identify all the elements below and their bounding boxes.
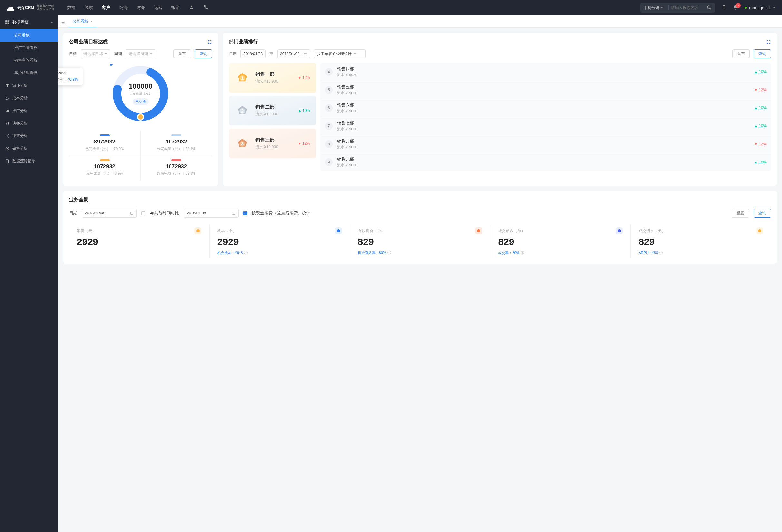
dept-name: 销售四部 xyxy=(337,66,749,72)
search-category-select[interactable]: 手机号码 xyxy=(644,5,663,11)
ranking-podium: 1 销售一部 流水 ¥10,900 ▼ 12% xyxy=(229,63,316,171)
reset-button[interactable]: 重置 xyxy=(732,209,749,218)
search-icon[interactable] xyxy=(707,5,712,10)
stat-icon xyxy=(475,227,482,235)
nav-phone-icon[interactable] xyxy=(203,5,208,11)
reset-button[interactable]: 重置 xyxy=(173,49,191,58)
card-title: 业务全景 xyxy=(69,197,88,203)
nav-customers[interactable]: 客户 xyxy=(102,5,110,11)
cash-checkbox[interactable] xyxy=(243,211,247,215)
nav-finance[interactable]: 财务 xyxy=(137,5,145,11)
search-button[interactable]: 查询 xyxy=(195,49,212,58)
dashboard-icon xyxy=(5,20,10,25)
svg-rect-19 xyxy=(233,212,235,215)
stat-label: 有效机会（个） xyxy=(358,228,385,234)
status-indicator xyxy=(745,7,747,9)
svg-rect-4 xyxy=(5,23,7,24)
collapse-sidebar-button[interactable]: ☰ xyxy=(61,20,65,27)
help-icon[interactable]: ⓘ xyxy=(387,251,391,255)
chevron-down-icon xyxy=(773,7,776,10)
svg-point-7 xyxy=(8,135,9,135)
stat-value: 829 xyxy=(498,236,623,247)
nav-leads[interactable]: 线索 xyxy=(84,5,93,11)
search-button[interactable]: 查询 xyxy=(754,209,771,218)
sidebar-item-cost[interactable]: 成本分析 xyxy=(0,92,58,104)
phone-icon[interactable] xyxy=(721,5,726,10)
nav-enroll[interactable]: 报名 xyxy=(172,5,180,11)
expand-icon[interactable] xyxy=(208,40,212,44)
separator xyxy=(668,5,669,10)
nav-user-icon[interactable] xyxy=(189,5,194,11)
target-select[interactable]: 请选择目标 xyxy=(80,49,110,58)
help-icon[interactable]: ⓘ xyxy=(521,251,524,255)
pct-change: ▲ 10% xyxy=(754,70,767,74)
top-nav: 云朵CRM 教育机构一站式服务云平台 数据 线索 客户 公海 财务 运营 报名 … xyxy=(0,0,782,15)
period-select[interactable]: 请选择周期 xyxy=(126,49,155,58)
sidebar-item-channel[interactable]: 渠道分析 xyxy=(0,130,58,142)
main-area: ☰ 公司看板 × 公司业绩目标达成 目标 请选择目标 周期 xyxy=(58,15,782,532)
pct-change: ▲ 10% xyxy=(754,160,767,165)
help-icon[interactable]: ⓘ xyxy=(244,251,248,255)
svg-point-23 xyxy=(617,229,621,233)
close-tab-icon[interactable]: × xyxy=(90,19,93,24)
compare-label: 与其他时间对比 xyxy=(150,210,179,216)
sidebar-item-promo-board[interactable]: 推广主管看板 xyxy=(0,42,58,54)
stat-icon xyxy=(335,227,342,235)
rank-number: 5 xyxy=(325,86,333,94)
search-input[interactable] xyxy=(671,5,707,10)
stat-value: 829 xyxy=(639,236,763,247)
date-to-input[interactable]: 2018/01/08 xyxy=(277,49,310,58)
help-icon[interactable]: ⓘ xyxy=(659,251,663,255)
rank-row: 9 销售九部流水 ¥19020 ▲ 10% xyxy=(320,153,771,171)
logo-subtitle: 教育机构一站式服务云平台 xyxy=(35,4,54,11)
sidebar-group-dashboard[interactable]: 数据看板 xyxy=(0,15,58,29)
dept-revenue: 流水 ¥10,900 xyxy=(255,112,293,117)
nav-ops[interactable]: 运营 xyxy=(154,5,163,11)
sidebar: 数据看板 公司看板 推广主管看板 销售主管看板 客户经理看板 漏斗分析 成本分析… xyxy=(0,15,58,532)
tab-company-board[interactable]: 公司看板 × xyxy=(68,16,97,27)
rank-row: 6 销售六部流水 ¥19020 ▲ 10% xyxy=(320,99,771,117)
refresh-icon xyxy=(5,96,10,101)
date-from-input[interactable]: 2018/01/08 xyxy=(241,49,265,58)
stat-label: 机会（个） xyxy=(217,228,237,234)
stat-footer: ARPU：¥80 ⓘ xyxy=(639,251,763,255)
sidebar-item-visitor[interactable]: 访客分析 xyxy=(0,117,58,130)
compare-date-input[interactable]: 2018/01/08 xyxy=(184,209,239,218)
sidebar-item-sales-board[interactable]: 销售主管看板 xyxy=(0,54,58,67)
nav-data[interactable]: 数据 xyxy=(67,5,75,11)
search-button[interactable]: 查询 xyxy=(754,49,771,58)
sidebar-item-promo[interactable]: 推广分析 xyxy=(0,104,58,117)
sidebar-item-flow[interactable]: 数据流转记录 xyxy=(0,155,58,167)
svg-rect-18 xyxy=(131,212,134,215)
bronze-medal-icon: 3 xyxy=(235,136,250,151)
nav-pool[interactable]: 公海 xyxy=(119,5,128,11)
sidebar-item-funnel[interactable]: 漏斗分析 xyxy=(0,79,58,92)
stat-icon xyxy=(616,227,623,235)
sidebar-item-manager-board[interactable]: 客户经理看板 xyxy=(0,67,58,79)
rank-row: 8 销售八部流水 ¥19020 ▼ 12% xyxy=(320,135,771,153)
user-menu[interactable]: manager11 xyxy=(745,5,776,10)
stat-expected: 1072932 应完成量（元）|8.9% xyxy=(69,155,141,180)
card-business-overview: 业务全景 日期 2018/01/08 与其他时间对比 2018/01/08 按现… xyxy=(63,191,777,264)
gauge-subtitle: 目标总量（元） xyxy=(129,91,152,96)
stat-exceeded: 1072932 超额完成（元）|89.9% xyxy=(141,155,212,180)
stat-value: 2929 xyxy=(217,236,342,247)
expand-icon[interactable] xyxy=(767,40,771,44)
overview-stat: 成交流水（元） 829 ARPU：¥80 ⓘ xyxy=(631,225,771,258)
svg-point-24 xyxy=(758,229,761,233)
compare-checkbox[interactable] xyxy=(141,211,145,215)
pct-change: ▲ 10% xyxy=(298,108,310,113)
headset-icon xyxy=(5,121,10,126)
stat-icon xyxy=(756,227,763,235)
sidebar-item-company-board[interactable]: 公司看板 xyxy=(0,29,58,42)
date-input[interactable]: 2018/01/08 xyxy=(82,209,137,218)
notifications-button[interactable]: 5 xyxy=(733,5,738,11)
filter-period-label: 周期 xyxy=(114,51,122,57)
logo[interactable]: 云朵CRM 教育机构一站式服务云平台 xyxy=(6,4,54,11)
dept-name: 销售五部 xyxy=(337,84,749,90)
stat-by-select[interactable]: 按工单客户经理统计 xyxy=(314,49,365,58)
dept-revenue: 流水 ¥19020 xyxy=(337,163,749,168)
sidebar-item-sales[interactable]: 销售分析 xyxy=(0,142,58,155)
stat-footer: 机会成本：¥948 ⓘ xyxy=(217,251,342,255)
reset-button[interactable]: 重置 xyxy=(732,49,750,58)
